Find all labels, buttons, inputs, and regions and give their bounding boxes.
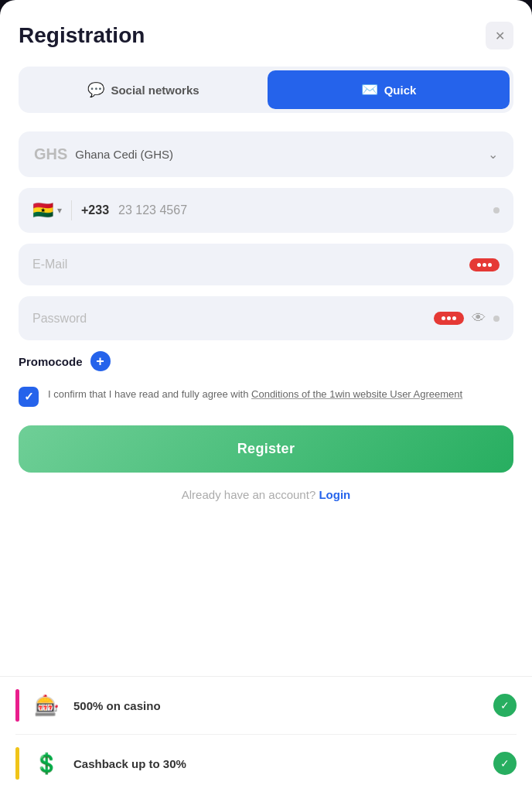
phone-prefix: +233 bbox=[81, 203, 109, 217]
badge-dot-1 bbox=[477, 263, 481, 267]
password-status-dot bbox=[493, 316, 500, 322]
promo-item-cashback: 💲 Cashback up to 30% ✓ bbox=[15, 735, 517, 792]
register-button[interactable]: Register bbox=[19, 425, 513, 473]
casino-icon: 🎰 bbox=[30, 689, 63, 722]
promo-bar-casino bbox=[15, 689, 19, 722]
verified-icon-casino: ✓ bbox=[493, 694, 517, 717]
promo-bar-cashback bbox=[15, 747, 19, 780]
password-badge-btn[interactable] bbox=[434, 312, 464, 325]
currency-selector[interactable]: GHS Ghana Cedi (GHS) ⌄ bbox=[19, 131, 513, 177]
phone-input-row: 🇬🇭 ▾ +233 23 123 4567 bbox=[19, 188, 513, 233]
login-link[interactable]: Login bbox=[319, 488, 350, 501]
badge-dot-3 bbox=[488, 263, 492, 267]
checkmark-icon: ✓ bbox=[24, 390, 34, 404]
page-title: Registration bbox=[19, 23, 145, 48]
cashback-icon: 💲 bbox=[30, 747, 63, 780]
add-promocode-button[interactable]: + bbox=[90, 351, 111, 371]
promo-casino-text: 500% on casino bbox=[73, 699, 483, 712]
agreement-link[interactable]: Conditions of the 1win website User Agre… bbox=[251, 388, 462, 400]
password-placeholder: Password bbox=[32, 312, 87, 326]
phone-input[interactable]: 23 123 4567 bbox=[118, 203, 484, 217]
tab-quick-label: Quick bbox=[384, 84, 417, 97]
currency-code: GHS bbox=[34, 145, 67, 163]
agreement-prefix: I confirm that I have read and fully agr… bbox=[48, 388, 251, 400]
email-badge-btn[interactable] bbox=[469, 258, 500, 271]
badge-dot-5 bbox=[447, 316, 451, 320]
email-placeholder: E-Mail bbox=[32, 258, 67, 271]
tab-switcher: 💬 Social networks ✉️ Quick bbox=[19, 67, 513, 113]
agreement-checkbox[interactable]: ✓ bbox=[19, 387, 39, 407]
currency-name: Ghana Cedi (GHS) bbox=[75, 148, 173, 161]
verified-icon-cashback: ✓ bbox=[493, 752, 517, 775]
login-prompt: Already have an account? bbox=[182, 488, 315, 501]
badge-dot-6 bbox=[452, 316, 456, 320]
tab-quick[interactable]: ✉️ Quick bbox=[268, 70, 510, 109]
close-button[interactable]: ✕ bbox=[486, 22, 513, 50]
tab-social-label: Social networks bbox=[111, 84, 199, 97]
agreement-row: ✓ I confirm that I have read and fully a… bbox=[19, 387, 513, 407]
promo-bar: 🎰 500% on casino ✓ 💲 Cashback up to 30% … bbox=[0, 676, 532, 792]
chevron-down-icon: ⌄ bbox=[488, 147, 498, 162]
email-field[interactable]: E-Mail bbox=[19, 244, 513, 285]
email-tab-icon: ✉️ bbox=[361, 81, 378, 98]
promo-item-casino: 🎰 500% on casino ✓ bbox=[15, 677, 517, 735]
promocode-label: Promocode bbox=[19, 355, 83, 368]
tab-social[interactable]: 💬 Social networks bbox=[22, 70, 264, 109]
agreement-text: I confirm that I have read and fully agr… bbox=[48, 387, 462, 402]
login-row: Already have an account? Login bbox=[19, 488, 513, 501]
badge-dot-2 bbox=[483, 263, 486, 267]
country-flag: 🇬🇭 bbox=[32, 200, 53, 220]
eye-icon[interactable]: 👁 bbox=[472, 310, 486, 326]
promocode-row: Promocode + bbox=[19, 351, 513, 371]
promo-cashback-text: Cashback up to 30% bbox=[73, 757, 483, 770]
close-icon: ✕ bbox=[495, 29, 505, 43]
flag-chevron-icon: ▾ bbox=[57, 205, 62, 216]
status-dot bbox=[493, 207, 500, 213]
password-field[interactable]: Password 👁 bbox=[19, 296, 513, 340]
social-icon: 💬 bbox=[87, 81, 104, 98]
badge-dot-4 bbox=[442, 316, 445, 320]
flag-selector[interactable]: 🇬🇭 ▾ bbox=[32, 200, 72, 220]
